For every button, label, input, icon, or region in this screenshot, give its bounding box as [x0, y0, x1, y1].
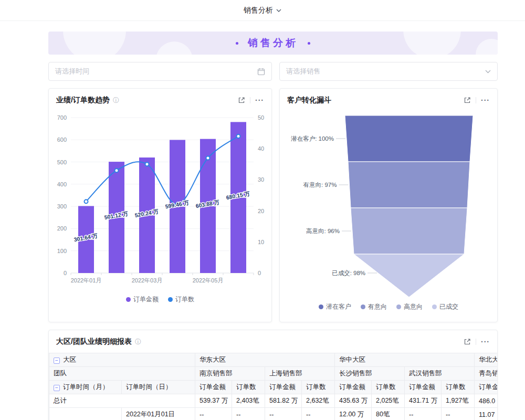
- charts-row: 业绩/订单数趋势 ⓘ ··· 0100200300400500600700010…: [48, 88, 498, 322]
- funnel-stage-高意向[interactable]: [351, 208, 467, 254]
- divider: [250, 97, 250, 103]
- line-point[interactable]: [115, 169, 119, 172]
- funnel-legend: 潜在客户有意向高意向已成交: [280, 302, 497, 311]
- collapse-icon[interactable]: −: [54, 358, 60, 364]
- time-filter-select[interactable]: 请选择时间: [48, 62, 272, 81]
- value-cell: --: [442, 408, 475, 420]
- value-cell: 435.63 万: [335, 394, 372, 408]
- metric-label: 订单数: [442, 381, 475, 394]
- dashboard-switcher[interactable]: 销售分析: [244, 6, 281, 15]
- y-axis-tick-label: 0: [64, 270, 67, 276]
- legend-label: 潜在客户: [326, 302, 351, 311]
- info-icon[interactable]: ⓘ: [135, 338, 141, 346]
- funnel-card: 客户转化漏斗 ··· 潜在客户: 100%有意向: 97%高意向: 96%已成交…: [279, 88, 498, 322]
- month-col-label: −订单时间（月）: [49, 381, 122, 394]
- team-name: 武汉销售部: [405, 367, 475, 381]
- y2-axis-tick-label: 0: [258, 270, 261, 276]
- report-card-title-text: 大区/团队业绩明细报表: [56, 337, 132, 346]
- trend-card-actions: ···: [238, 97, 264, 104]
- report-card-header: 大区/团队业绩明细报表 ⓘ ···: [49, 330, 497, 350]
- line-point[interactable]: [206, 156, 210, 160]
- funnel-stage-已成交[interactable]: [354, 254, 464, 297]
- legend-label: 高意向: [404, 302, 423, 311]
- more-icon[interactable]: ···: [255, 97, 264, 104]
- y-axis-tick-label: 700: [57, 114, 67, 121]
- y2-axis-tick-label: 10: [258, 239, 264, 245]
- legend-item[interactable]: 已成交: [432, 302, 458, 311]
- legend-dot-icon: [361, 304, 365, 309]
- metric-label: 订单金额: [195, 381, 232, 394]
- y-axis-tick-label: 400: [57, 181, 67, 187]
- y2-axis-tick-label: 30: [258, 176, 264, 183]
- trend-card-title: 业绩/订单数趋势 ⓘ: [56, 96, 119, 105]
- metric-label: 订单金额: [265, 381, 302, 394]
- metric-label: 订单数: [232, 381, 265, 394]
- team-row-label: 团队: [49, 367, 195, 381]
- legend-dot-icon: [396, 304, 401, 309]
- banner-decor-circle: [156, 41, 193, 55]
- export-icon[interactable]: [464, 97, 471, 104]
- funnel-card-title-text: 客户转化漏斗: [287, 96, 331, 105]
- legend-item[interactable]: 订单数: [168, 295, 194, 304]
- collapse-icon[interactable]: −: [54, 385, 60, 391]
- metric-label: 订单数: [302, 381, 335, 394]
- more-icon[interactable]: ···: [481, 97, 490, 104]
- export-icon[interactable]: [238, 97, 245, 104]
- region-name: 华东大区: [195, 353, 335, 367]
- legend-label: 订单金额: [133, 295, 159, 304]
- line-point[interactable]: [85, 200, 88, 203]
- team-name: 上海销售部: [265, 367, 335, 381]
- metric-label: 订单金额: [335, 381, 372, 394]
- funnel-stage-label: 有意向: 97%: [303, 182, 337, 188]
- trend-card-title-text: 业绩/订单数趋势: [56, 96, 110, 105]
- y2-axis-tick-label: 50: [258, 114, 264, 121]
- funnel-stage-潜在客户[interactable]: [345, 116, 473, 162]
- legend-label: 有意向: [368, 302, 387, 311]
- value-cell: 581.82 万: [265, 394, 302, 408]
- value-cell: 539.37 万: [195, 394, 232, 408]
- x-axis-tick-label: 2022年01月: [71, 277, 102, 284]
- x-axis-tick-label: 2022年03月: [132, 277, 163, 284]
- chevron-down-icon: [485, 70, 491, 74]
- line-point[interactable]: [237, 134, 240, 138]
- total-row-label: 总计: [49, 394, 195, 408]
- funnel-card-actions: ···: [464, 97, 490, 104]
- y-axis-tick-label: 100: [57, 248, 67, 254]
- y-axis-tick-label: 200: [57, 225, 67, 232]
- legend-item[interactable]: 高意向: [396, 302, 423, 311]
- value-cell: --: [405, 408, 442, 420]
- y-axis-tick-label: 300: [57, 203, 67, 209]
- value-cell: --: [195, 408, 232, 420]
- info-icon[interactable]: ⓘ: [113, 96, 119, 105]
- legend-item[interactable]: 潜在客户: [319, 302, 351, 311]
- title-dot: [236, 42, 238, 45]
- filter-row: 请选择时间 请选择销售: [48, 62, 498, 81]
- table-row: 2022年01月01日--------12.00 万80笔----11.07: [49, 408, 498, 420]
- funnel-stage-label: 潜在客户: 100%: [290, 135, 334, 142]
- legend-dot-icon: [432, 304, 437, 309]
- legend-label: 订单数: [175, 295, 194, 304]
- banner-decor-circle: [63, 32, 126, 55]
- day-cell: 2022年01月01日: [122, 408, 195, 420]
- region-name: 华中大区: [335, 353, 475, 367]
- legend-item[interactable]: 订单金额: [126, 295, 159, 304]
- sales-filter-select[interactable]: 请选择销售: [279, 62, 498, 81]
- time-filter-placeholder: 请选择时间: [55, 67, 89, 76]
- metric-label: 订单数: [372, 381, 405, 394]
- report-card-actions: ···: [464, 338, 490, 345]
- funnel-card-header: 客户转化漏斗 ···: [280, 89, 497, 108]
- more-icon[interactable]: ···: [481, 338, 490, 345]
- export-icon[interactable]: [464, 338, 471, 345]
- metric-label: 订单金额: [475, 381, 498, 394]
- funnel-stage-有意向[interactable]: [348, 162, 470, 208]
- legend-item[interactable]: 有意向: [361, 302, 387, 311]
- page-title-text: 销售分析: [248, 36, 298, 50]
- value-cell: 486.0: [475, 394, 498, 408]
- y2-axis-tick-label: 40: [258, 145, 264, 152]
- day-col-label: 订单时间（日）: [122, 381, 195, 394]
- report-card-title: 大区/团队业绩明细报表 ⓘ: [56, 337, 141, 346]
- report-table-scroll-area[interactable]: −大区华东大区华中大区华北大区团队南京销售部上海销售部长沙销售部武汉销售部青岛销…: [49, 353, 497, 420]
- trend-chart: 0100200300400500600700010203040502022年01…: [49, 108, 271, 293]
- topbar-title: 销售分析: [244, 6, 273, 15]
- line-point[interactable]: [145, 162, 149, 166]
